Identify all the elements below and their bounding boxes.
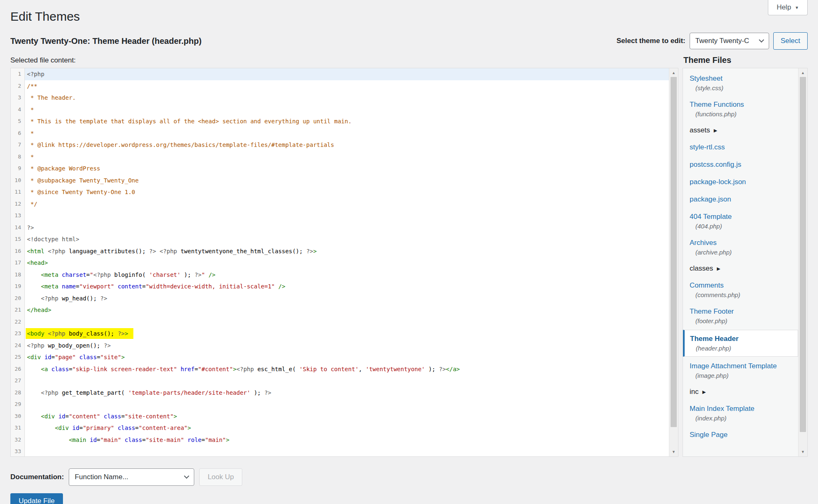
theme-file-link[interactable]: Main Index Template <box>690 404 755 413</box>
code-text[interactable]: <?php wp_body_open(); ?> <box>25 340 669 352</box>
code-editor[interactable]: 1<?php2/**3 * The header.4 *5 * This is … <box>10 68 678 457</box>
theme-file-link[interactable]: package-lock.json <box>690 178 746 187</box>
code-text[interactable] <box>25 398 669 410</box>
code-line[interactable]: 29 <box>11 398 669 410</box>
code-line[interactable]: 25<div id="page" class="site"> <box>11 351 669 363</box>
theme-file-item[interactable]: style-rtl.css <box>683 139 798 156</box>
theme-select[interactable]: Twenty Twenty-C <box>690 33 769 49</box>
code-text[interactable] <box>25 446 669 456</box>
editor-scrollbar[interactable]: ▲ ▼ <box>669 68 678 456</box>
scroll-down-icon[interactable]: ▼ <box>799 448 807 456</box>
theme-folder-assets[interactable]: assets▶ <box>683 122 798 139</box>
code-text[interactable]: <div id="page" class="site"> <box>25 351 669 363</box>
code-text[interactable]: <meta charset="<?php bloginfo( 'charset'… <box>25 269 669 281</box>
theme-file-link[interactable]: Single Page <box>690 430 728 439</box>
code-line[interactable]: 22 <box>11 316 669 328</box>
sidebar-scrollbar-thumb[interactable] <box>800 77 806 432</box>
code-text[interactable]: <html <?php language_attributes(); ?> <?… <box>25 245 669 257</box>
code-text[interactable] <box>25 316 669 328</box>
theme-file-link[interactable]: 404 Template <box>690 212 732 221</box>
code-text[interactable]: <?php <box>25 68 669 80</box>
code-line[interactable]: 30 <div id="content" class="site-content… <box>11 410 669 422</box>
theme-file-link[interactable]: Archives <box>690 238 717 247</box>
theme-folder-inc[interactable]: inc▶ <box>683 384 798 400</box>
theme-file-item[interactable]: Theme Footer(footer.php) <box>683 303 798 329</box>
code-line[interactable]: 28 <?php get_template_part( 'template-pa… <box>11 387 669 399</box>
code-text[interactable]: * <box>25 151 669 163</box>
scroll-up-icon[interactable]: ▲ <box>669 69 678 77</box>
code-text[interactable]: <body <?php body_class(); ?>> <box>25 328 669 340</box>
theme-file-item[interactable]: Archives(archive.php) <box>683 234 798 260</box>
update-file-button[interactable]: Update File <box>10 493 63 504</box>
code-line[interactable]: 4 * <box>11 104 669 116</box>
theme-file-link[interactable]: package.json <box>690 195 731 204</box>
folder-expand-icon[interactable]: ▶ <box>702 387 706 396</box>
code-text[interactable]: * @since Twenty Twenty-One 1.0 <box>25 186 669 198</box>
theme-file-link[interactable]: Theme Footer <box>690 307 734 316</box>
theme-file-link[interactable]: Image Attachment Template <box>690 362 777 371</box>
code-line[interactable]: 14?> <box>11 222 669 234</box>
theme-file-link[interactable]: Theme Header <box>690 334 738 343</box>
code-line[interactable]: 24<?php wp_body_open(); ?> <box>11 340 669 352</box>
code-line[interactable]: 27 <box>11 375 669 387</box>
theme-file-item[interactable]: package-lock.json <box>683 173 798 191</box>
code-text[interactable]: * @subpackage Twenty_Twenty_One <box>25 175 669 187</box>
scroll-down-icon[interactable]: ▼ <box>669 448 678 456</box>
code-text[interactable]: <main id="main" class="site-main" role="… <box>25 434 669 446</box>
code-line[interactable]: 2/** <box>11 80 669 92</box>
code-line[interactable]: 33 <box>11 446 669 456</box>
code-line[interactable]: 11 * @since Twenty Twenty-One 1.0 <box>11 186 669 198</box>
code-text[interactable]: * @link https://developer.wordpress.org/… <box>25 139 669 151</box>
theme-file-item[interactable]: Theme Header(header.php) <box>683 330 798 357</box>
code-text[interactable]: <div id="content" class="site-content"> <box>25 410 669 422</box>
code-text[interactable]: ?> <box>25 222 669 234</box>
theme-file-link[interactable]: Theme Functions <box>690 100 744 109</box>
code-line[interactable]: 31 <div id="primary" class="content-area… <box>11 422 669 434</box>
code-text[interactable]: </head> <box>25 304 669 316</box>
code-line[interactable]: 20 <?php wp_head(); ?> <box>11 293 669 305</box>
code-line[interactable]: 6 * <box>11 127 669 139</box>
code-text[interactable]: <?php get_template_part( 'template-parts… <box>25 387 669 399</box>
code-line[interactable]: 9 * @package WordPress <box>11 163 669 175</box>
code-line[interactable]: 15<!doctype html> <box>11 233 669 245</box>
theme-folder-classes[interactable]: classes▶ <box>683 260 798 277</box>
code-line[interactable]: 19 <meta name="viewport" content="width=… <box>11 281 669 293</box>
code-text[interactable]: <!doctype html> <box>25 233 669 245</box>
theme-file-link[interactable]: style-rtl.css <box>690 143 725 152</box>
code-text[interactable]: <?php wp_head(); ?> <box>25 293 669 305</box>
sidebar-scrollbar[interactable]: ▲ ▼ <box>798 68 807 456</box>
editor-scrollbar-thumb[interactable] <box>671 77 677 427</box>
theme-file-item[interactable]: Main Index Template(index.php) <box>683 400 798 426</box>
theme-file-link[interactable]: Stylesheet <box>690 74 722 83</box>
theme-file-link[interactable]: postcss.config.js <box>690 160 741 169</box>
code-line[interactable]: 13 <box>11 210 669 222</box>
code-text[interactable]: /** <box>25 80 669 92</box>
code-line[interactable]: 23<body <?php body_class(); ?>> <box>11 328 669 340</box>
theme-file-item[interactable]: postcss.config.js <box>683 156 798 173</box>
code-text[interactable] <box>25 210 669 222</box>
folder-expand-icon[interactable]: ▶ <box>717 264 720 273</box>
code-line[interactable]: 16<html <?php language_attributes(); ?> … <box>11 245 669 257</box>
code-text[interactable]: * This is the template that displays all… <box>25 115 669 127</box>
code-line[interactable]: 17<head> <box>11 257 669 269</box>
code-line[interactable]: 26 <a class="skip-link screen-reader-tex… <box>11 363 669 375</box>
select-theme-button[interactable]: Select <box>773 32 808 50</box>
code-line[interactable]: 7 * @link https://developer.wordpress.or… <box>11 139 669 151</box>
theme-file-item[interactable]: Single Page <box>683 426 798 444</box>
code-line[interactable]: 12 */ <box>11 198 669 210</box>
code-text[interactable]: * <box>25 127 669 139</box>
code-text[interactable]: <a class="skip-link screen-reader-text" … <box>25 363 669 375</box>
theme-file-item[interactable]: package.json <box>683 191 798 208</box>
scroll-up-icon[interactable]: ▲ <box>799 69 807 77</box>
code-line[interactable]: 3 * The header. <box>11 92 669 104</box>
code-text[interactable]: * The header. <box>25 92 669 104</box>
look-up-button[interactable]: Look Up <box>199 468 242 486</box>
theme-file-item[interactable]: Stylesheet(style.css) <box>683 70 798 96</box>
theme-file-item[interactable]: 404 Template(404.php) <box>683 208 798 234</box>
code-line[interactable]: 21</head> <box>11 304 669 316</box>
code-line[interactable]: 5 * This is the template that displays a… <box>11 115 669 127</box>
folder-expand-icon[interactable]: ▶ <box>714 126 717 135</box>
code-text[interactable]: */ <box>25 198 669 210</box>
code-text[interactable]: <div id="primary" class="content-area"> <box>25 422 669 434</box>
theme-file-item[interactable]: Image Attachment Template(image.php) <box>683 358 798 384</box>
